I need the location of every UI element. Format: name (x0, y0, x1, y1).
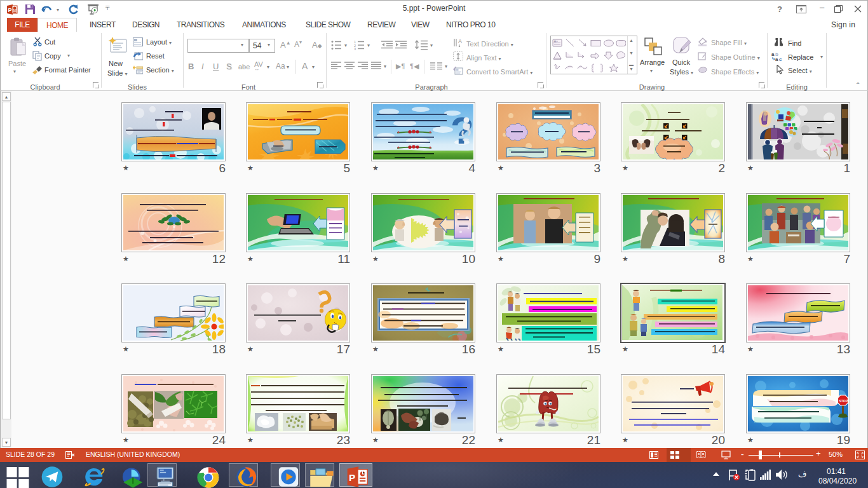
svg-text:P: P (349, 472, 355, 483)
svg-text:A: A (554, 39, 557, 43)
svg-text:3: 3 (354, 47, 356, 50)
svg-text:STOP: STOP (839, 399, 848, 403)
svg-text:A: A (458, 38, 462, 44)
svg-text:a: a (775, 57, 778, 62)
svg-text:c: c (779, 57, 782, 62)
svg-text:a: a (771, 51, 775, 57)
